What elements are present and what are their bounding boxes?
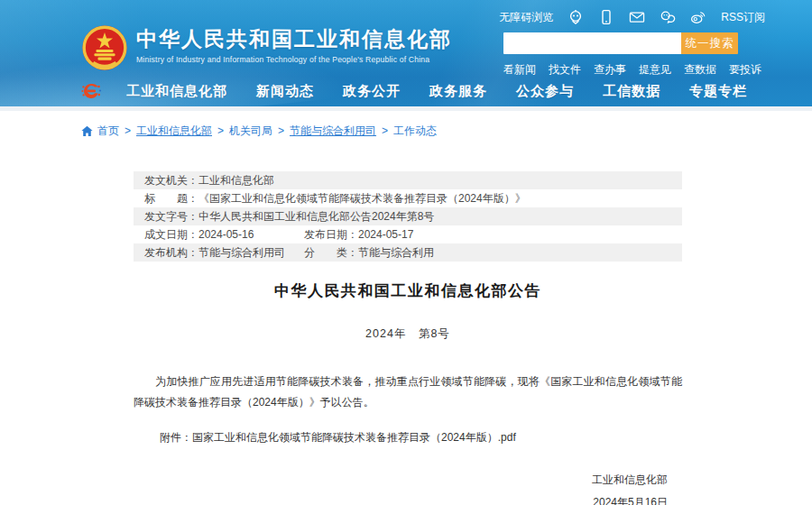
attachment-file-link[interactable]: 国家工业和信息化领域节能降碳技术装备推荐目录（2024年版）.pdf — [192, 431, 516, 444]
brand: 中华人民共和国工业和信息化部 Ministry of Industry and … — [81, 24, 452, 75]
breadcrumb-energy-dept[interactable]: 节能与综合利用司 — [290, 124, 376, 139]
nav-item-topics[interactable]: 专题专栏 — [689, 83, 747, 100]
breadcrumb-miit[interactable]: 工业和信息化部 — [136, 124, 212, 139]
search-input[interactable] — [503, 32, 681, 54]
meta-row-doc-number: 发文字号： 中华人民共和国工业和信息化部公告2024年第8号 — [134, 207, 682, 225]
article-issue-number: 2024年 第8号 — [134, 326, 682, 342]
meta-value: 节能与综合利用 — [358, 245, 434, 261]
document: 发文机关： 工业和信息化部 标 题： 《国家工业和信息化领域节能降碳技术装备推荐… — [134, 171, 682, 505]
miit-logo-icon — [79, 80, 103, 102]
meta-value: 中华人民共和国工业和信息化部公告2024年第8号 — [198, 209, 434, 225]
search-quick-links: 看新闻 找文件 查办事 提意见 查数据 要投诉 — [503, 62, 738, 78]
main-nav: 工业和信息化部 新闻动态 政务公开 政务服务 公众参与 工信数据 专题专栏 — [79, 79, 765, 103]
national-emblem-icon — [81, 24, 128, 75]
site-title: 中华人民共和国工业和信息化部 — [136, 26, 452, 51]
breadcrumb: 首页 > 工业和信息化部 > 机关司局 > 节能与综合利用司 > 工作动态 — [81, 124, 812, 138]
article-attachment: 附件：国家工业和信息化领域节能降碳技术装备推荐目录（2024年版）.pdf — [134, 430, 682, 445]
quick-link-suggest[interactable]: 提意见 — [639, 62, 671, 78]
search-button[interactable]: 统一搜索 — [681, 32, 738, 54]
meta-value: 节能与综合利用司 — [198, 245, 285, 261]
article-title: 中华人民共和国工业和信息化部公告 — [134, 280, 682, 302]
meta-label: 分 类： — [304, 245, 358, 261]
rss-link[interactable]: RSS订阅 — [721, 10, 765, 25]
meta-row-title: 标 题： 《国家工业和信息化领域节能降碳技术装备推荐目录（2024年版）》 — [134, 189, 682, 207]
top-utility-bar: 无障碍浏览 RSS订阅 — [499, 7, 765, 27]
brand-text: 中华人民共和国工业和信息化部 Ministry of Industry and … — [136, 24, 452, 64]
meta-value: 2024-05-16 — [198, 228, 254, 241]
meta-row-publisher-category: 发布机构： 节能与综合利用司 分 类： 节能与综合利用 — [134, 243, 682, 262]
search-area: 统一搜索 看新闻 找文件 查办事 提意见 查数据 要投诉 — [503, 32, 738, 78]
meta-row-dates: 成文日期： 2024-05-16 发布日期： 2024-05-17 — [134, 225, 682, 243]
meta-label: 发文字号： — [144, 209, 198, 225]
meta-label: 发布机构： — [144, 245, 198, 261]
breadcrumb-separator: > — [125, 124, 131, 137]
meta-value: 《国家工业和信息化领域节能降碳技术装备推荐目录（2024年版）》 — [198, 191, 526, 207]
content: 首页 > 工业和信息化部 > 机关司局 > 节能与综合利用司 > 工作动态 发文… — [0, 111, 812, 505]
breadcrumb-separator: > — [217, 124, 224, 137]
meta-label: 标 题： — [144, 191, 198, 207]
search-bar: 统一搜索 — [503, 32, 738, 54]
nav-items: 工业和信息化部 新闻动态 政务公开 政务服务 公众参与 工信数据 专题专栏 — [126, 83, 765, 100]
accessibility-link[interactable]: 无障碍浏览 — [499, 10, 553, 25]
weibo-icon[interactable] — [690, 9, 706, 25]
quick-link-services[interactable]: 查办事 — [594, 62, 626, 78]
page: 无障碍浏览 RSS订阅 — [0, 0, 812, 505]
mascot-icon[interactable] — [567, 9, 584, 25]
breadcrumb-separator: > — [278, 124, 284, 137]
breadcrumb-separator: > — [382, 124, 388, 137]
breadcrumb-departments[interactable]: 机关司局 — [229, 124, 272, 139]
meta-label: 发布日期： — [304, 227, 358, 243]
quick-link-complaint[interactable]: 要投诉 — [729, 62, 761, 78]
breadcrumb-home[interactable]: 首页 — [97, 124, 119, 139]
nav-item-news[interactable]: 新闻动态 — [256, 83, 314, 100]
site-subtitle: Ministry of Industry and Information Tec… — [136, 55, 452, 64]
meta-row-issuing-agency: 发文机关： 工业和信息化部 — [134, 171, 682, 189]
mail-icon[interactable] — [629, 9, 645, 25]
doc-meta-table: 发文机关： 工业和信息化部 标 题： 《国家工业和信息化领域节能降碳技术装备推荐… — [134, 171, 682, 262]
article-paragraph: 为加快推广应用先进适用节能降碳技术装备，推动重点行业领域节能降碳，现将《国家工业… — [134, 372, 682, 413]
nav-item-gov-services[interactable]: 政务服务 — [429, 83, 487, 100]
attachment-label: 附件： — [160, 431, 192, 444]
breadcrumb-work-updates[interactable]: 工作动态 — [393, 124, 437, 139]
signature-date: 2024年5月16日 — [134, 491, 668, 505]
article-body: 为加快推广应用先进适用节能降碳技术装备，推动重点行业领域节能降碳，现将《国家工业… — [134, 372, 682, 413]
meta-label: 成文日期： — [144, 227, 198, 243]
nav-item-gov-disclosure[interactable]: 政务公开 — [343, 83, 401, 100]
home-icon[interactable] — [81, 125, 93, 137]
signature-agency: 工业和信息化部 — [134, 469, 668, 491]
quick-link-files[interactable]: 找文件 — [549, 62, 581, 78]
nav-item-participation[interactable]: 公众参与 — [516, 83, 574, 100]
meta-value: 2024-05-17 — [358, 228, 413, 241]
quick-link-data[interactable]: 查数据 — [684, 62, 716, 78]
quick-link-news[interactable]: 看新闻 — [503, 62, 536, 78]
article-signature: 工业和信息化部 2024年5月16日 — [134, 469, 682, 505]
wechat-icon[interactable] — [660, 9, 676, 25]
nav-item-data[interactable]: 工信数据 — [603, 83, 660, 100]
site-header: 无障碍浏览 RSS订阅 — [0, 0, 812, 106]
meta-label: 发文机关： — [144, 173, 198, 188]
meta-value: 工业和信息化部 — [198, 173, 274, 188]
nav-item-miit[interactable]: 工业和信息化部 — [126, 83, 227, 100]
mobile-icon[interactable] — [598, 9, 614, 25]
